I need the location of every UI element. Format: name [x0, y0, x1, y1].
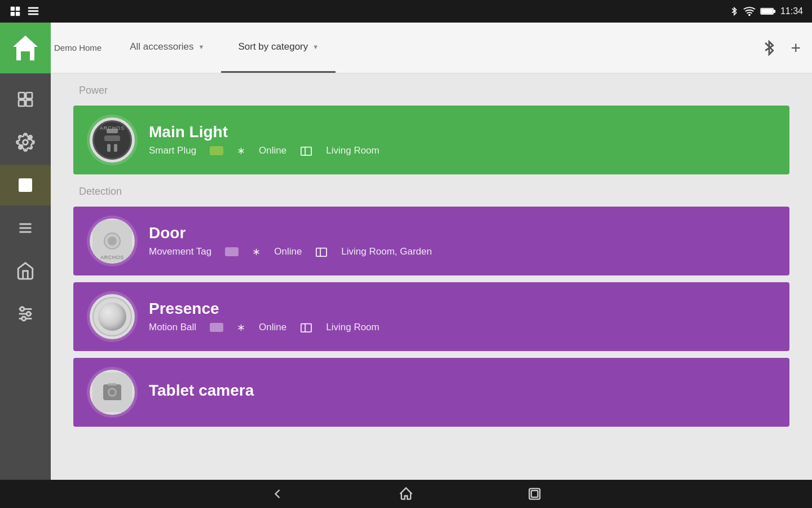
bluetooth-icon — [761, 38, 777, 58]
device-icon-camera-inner — [90, 370, 135, 415]
back-icon — [270, 486, 285, 502]
grid-icon — [16, 90, 34, 108]
movement-visual: ARCHOS — [92, 220, 132, 262]
presence-type: Motion Ball — [149, 322, 196, 333]
app-bar: Demo Home All accessories ▼ Sort by cate… — [0, 23, 812, 73]
plug-pin-left — [107, 144, 111, 152]
door-meta: Movement Tag ∗ Online Living Room, Garde… — [149, 246, 776, 258]
svg-point-38 — [109, 389, 115, 395]
main-light-status-dot — [210, 146, 223, 155]
motion-ball-visual — [92, 297, 132, 336]
svg-rect-41 — [531, 491, 538, 497]
presence-info: Presence Motion Ball ∗ Online Living R — [149, 300, 776, 334]
sidebar-item-grid[interactable] — [0, 79, 51, 120]
sidebar-item-list[interactable] — [0, 208, 51, 248]
main-light-room-icon — [300, 145, 312, 156]
svg-rect-12 — [21, 51, 30, 60]
recents-button[interactable] — [527, 486, 542, 502]
status-bar-right: 11:34 — [730, 6, 803, 17]
svg-point-7 — [748, 14, 751, 16]
device-icon-door: ARCHOS — [87, 216, 138, 266]
svg-point-20 — [23, 140, 28, 145]
square-icon — [16, 176, 34, 194]
door-room-icon — [315, 246, 328, 257]
svg-rect-0 — [11, 7, 15, 11]
status-time: 11:34 — [780, 6, 803, 16]
device-icon-plug: ARCHOS — [87, 115, 138, 165]
sidebar-item-sliders[interactable] — [0, 294, 51, 334]
svg-rect-9 — [774, 10, 776, 12]
tab-sort-by-category[interactable]: Sort by category ▼ — [221, 23, 336, 73]
tablet-camera-info: Tablet camera — [149, 382, 776, 403]
main-light-bluetooth-icon: ∗ — [237, 144, 245, 157]
main-light-name: Main Light — [149, 123, 776, 141]
status-bar: 11:34 — [0, 0, 812, 23]
sidebar-item-square[interactable] — [0, 165, 51, 205]
app-bar-actions: + — [761, 38, 812, 58]
device-icon-door-inner: ARCHOS — [90, 218, 135, 264]
status-bar-left — [9, 5, 39, 17]
sidebar — [0, 73, 51, 480]
device-card-door[interactable]: ARCHOS Door Movement Tag ∗ Online — [73, 207, 789, 275]
svg-rect-39 — [108, 383, 117, 386]
presence-meta: Motion Ball ∗ Online Living Room — [149, 321, 776, 334]
bottom-nav — [0, 480, 812, 508]
svg-rect-6 — [28, 14, 38, 15]
svg-rect-3 — [16, 12, 20, 16]
add-button[interactable]: + — [791, 38, 801, 58]
plug-visual: ARCHOS — [92, 120, 132, 160]
door-status-dot — [225, 247, 239, 256]
svg-point-29 — [27, 312, 30, 316]
svg-rect-31 — [301, 147, 311, 156]
main-light-meta: Smart Plug ∗ Online Living Room — [149, 144, 776, 157]
device-card-tablet-camera[interactable]: Tablet camera — [73, 358, 789, 427]
svg-rect-4 — [28, 7, 38, 9]
home-nav-icon — [16, 261, 35, 281]
svg-rect-10 — [761, 9, 773, 14]
presence-status: Online — [259, 322, 286, 333]
svg-rect-14 — [26, 93, 32, 99]
svg-rect-2 — [11, 12, 15, 16]
tab-container: All accessories ▼ Sort by category ▼ — [113, 23, 761, 73]
detection-section-title: Detection — [79, 186, 789, 198]
sidebar-item-settings[interactable] — [0, 122, 51, 163]
content-area: Power ARCHOS — [51, 73, 812, 480]
power-section: Power ARCHOS — [73, 85, 789, 174]
power-section-title: Power — [79, 85, 789, 97]
app-logo[interactable] — [0, 23, 51, 73]
back-button[interactable] — [270, 486, 285, 502]
main-light-room: Living Room — [326, 145, 379, 156]
recents-icon — [527, 486, 542, 502]
device-card-presence[interactable]: Presence Motion Ball ∗ Online Living R — [73, 282, 789, 351]
svg-point-30 — [22, 317, 26, 321]
sidebar-item-home[interactable] — [0, 251, 51, 291]
list-icon — [16, 220, 34, 236]
bluetooth-button[interactable] — [761, 38, 777, 58]
home-bottom-icon — [398, 486, 414, 502]
device-icon-presence — [87, 291, 138, 342]
tab-all-accessories[interactable]: All accessories ▼ — [113, 23, 221, 73]
door-bluetooth-icon: ∗ — [252, 246, 261, 258]
door-room: Living Room, Garden — [341, 246, 432, 257]
device-card-main-light[interactable]: ARCHOS Main Light Smart Plug ∗ Online — [73, 106, 789, 174]
door-name: Door — [149, 224, 776, 242]
svg-rect-16 — [26, 100, 32, 106]
plug-pin-right — [114, 144, 117, 152]
svg-rect-1 — [16, 7, 20, 11]
main-layout: Power ARCHOS — [0, 73, 812, 480]
tab-sort-by-category-arrow: ▼ — [312, 43, 319, 50]
device-icon-presence-inner — [90, 294, 135, 339]
svg-rect-21 — [19, 178, 32, 192]
svg-rect-5 — [28, 10, 38, 12]
detection-section: Detection ARCHOS Door — [73, 186, 789, 427]
app-title: Demo Home — [51, 43, 113, 52]
home-button[interactable] — [398, 486, 414, 502]
device-icon-camera — [87, 367, 138, 418]
presence-bluetooth-icon: ∗ — [237, 321, 245, 334]
svg-rect-13 — [19, 93, 25, 99]
plug-pins — [105, 144, 119, 152]
presence-name: Presence — [149, 300, 776, 318]
svg-rect-33 — [316, 248, 326, 257]
main-light-status: Online — [259, 145, 286, 156]
svg-rect-15 — [19, 100, 25, 106]
